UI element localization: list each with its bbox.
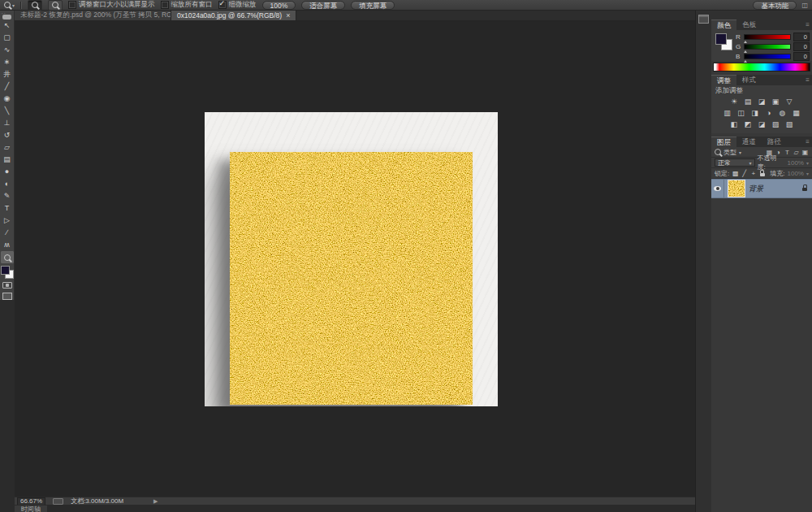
workspace-menu-icon[interactable]: ◫ [801, 2, 808, 9]
panel-menu-icon[interactable]: ≡ [806, 75, 812, 85]
zoom-all-windows-checkbox[interactable]: 缩放所有窗口 [161, 0, 213, 10]
tool-crop[interactable]: 井 [1, 68, 14, 80]
blend-mode-select[interactable]: 正常 ▾ [715, 158, 755, 167]
color-swatches[interactable] [1, 266, 14, 280]
document-tab-psd[interactable]: 未标题-2 恢复的.psd @ 200% (万圣节 拷贝 5, RGB/8) *… [15, 11, 171, 20]
gold-glitter-image[interactable] [230, 152, 473, 405]
close-icon[interactable]: × [286, 11, 290, 20]
tool-quick-selection[interactable]: ∗ [1, 56, 14, 68]
layer-name[interactable]: 背景 [749, 184, 763, 194]
levels-icon[interactable]: ▤ [743, 98, 754, 106]
green-slider[interactable] [744, 44, 791, 50]
brightness-contrast-icon[interactable]: ☀ [729, 98, 740, 106]
lock-image-pixels-icon[interactable]: ╱ [741, 170, 748, 177]
green-value-field[interactable]: 0 [793, 42, 810, 51]
tab-paths[interactable]: 路径 [762, 137, 787, 147]
document-canvas[interactable] [205, 112, 498, 406]
visibility-toggle[interactable] [711, 180, 724, 197]
fill-value[interactable]: 100% [788, 170, 804, 177]
tab-channels[interactable]: 通道 [736, 137, 762, 147]
timeline-tab[interactable]: 时间轴 [15, 505, 47, 512]
threshold-icon[interactable]: ◪ [757, 120, 767, 129]
red-slider[interactable] [744, 34, 791, 40]
document-tab-jpg[interactable]: 0x1024a0a0.jpg @ 66.7%(RGB/8) × [171, 11, 296, 20]
screen-mode-button[interactable] [2, 293, 12, 300]
lock-transparent-pixels-icon[interactable]: ▩ [732, 170, 739, 177]
filter-type-label[interactable]: 类型 [723, 148, 736, 157]
color-balance-icon[interactable]: ◫ [736, 109, 746, 118]
foreground-color-swatch[interactable] [1, 266, 10, 275]
tab-adjustments[interactable]: 调整 [711, 75, 736, 85]
resize-windows-checkbox[interactable]: 调整窗口大小以满屏显示 [68, 0, 155, 10]
hue-saturation-icon[interactable]: ▥ [722, 109, 732, 118]
blue-value-field[interactable]: 0 [793, 52, 810, 61]
tool-dodge[interactable]: ◐ [1, 178, 14, 190]
tool-zoom[interactable] [1, 251, 14, 263]
blue-slider[interactable] [744, 54, 791, 59]
tool-pen[interactable]: ✎ [1, 190, 14, 202]
canvas-area[interactable] [15, 21, 695, 497]
photo-filter-icon[interactable]: ◑ [763, 109, 774, 118]
layer-row-background[interactable]: 背景 [711, 179, 812, 198]
tool-brush[interactable]: ╲ [1, 105, 14, 117]
tab-color[interactable]: 颜色 [711, 20, 736, 30]
scrubby-zoom-checkbox[interactable]: 细微缩放 [218, 0, 257, 10]
panel-menu-icon[interactable]: ≡ [806, 137, 812, 147]
tab-swatches[interactable]: 色板 [736, 20, 762, 30]
status-expand-arrow[interactable]: ▶ [153, 498, 158, 505]
filter-smart-objects-icon[interactable]: ▣ [801, 149, 809, 156]
vibrance-icon[interactable]: ▽ [784, 98, 795, 106]
tool-hand[interactable]: ʍ [1, 239, 14, 251]
slider-thumb[interactable] [744, 41, 747, 43]
tool-history-brush[interactable]: ↺ [1, 129, 14, 141]
fill-screen-button[interactable]: 填充屏幕 [351, 1, 395, 10]
tool-lasso[interactable]: ∿ [1, 44, 14, 56]
tools-panel-handle[interactable]: ∙∙ [0, 11, 14, 20]
layer-thumbnail[interactable] [728, 180, 745, 197]
fit-screen-button[interactable]: 适合屏幕 [301, 1, 345, 10]
selective-color-icon[interactable]: ▧ [784, 120, 795, 129]
gradient-map-icon[interactable]: ▨ [771, 120, 781, 129]
curves-icon[interactable]: ◪ [757, 98, 767, 106]
color-spectrum-ramp[interactable] [713, 63, 810, 72]
panel-menu-icon[interactable]: ≡ [806, 20, 812, 30]
panel-color-swatches[interactable] [715, 33, 733, 51]
slider-thumb[interactable] [744, 50, 747, 53]
history-panel-icon[interactable] [698, 15, 709, 24]
tool-gradient[interactable]: ▤ [1, 154, 14, 166]
exposure-icon[interactable]: ▣ [771, 98, 781, 106]
tool-eraser[interactable]: ▱ [1, 141, 14, 154]
workspace-switcher-button[interactable]: 基本功能 [753, 1, 797, 10]
red-value-field[interactable]: 0 [793, 33, 810, 41]
black-white-icon[interactable]: ◨ [749, 109, 760, 118]
filter-shape-layers-icon[interactable]: ▱ [793, 149, 800, 156]
tools-collapse-handle[interactable] [2, 15, 11, 20]
tool-type[interactable]: T [1, 202, 14, 215]
lock-position-icon[interactable]: + [749, 170, 757, 177]
tool-eyedropper[interactable]: ╱ [1, 80, 14, 93]
actual-pixels-button[interactable]: 100% [262, 1, 296, 10]
slider-thumb[interactable] [744, 60, 747, 63]
invert-icon[interactable]: ◧ [729, 120, 740, 129]
lock-all-icon[interactable] [758, 170, 766, 177]
posterize-icon[interactable]: ◩ [743, 120, 754, 129]
tool-rectangular-marquee[interactable]: ▢ [1, 32, 14, 44]
zoom-in-button[interactable] [28, 0, 42, 11]
tool-clone-stamp[interactable]: ⊥ [1, 117, 14, 129]
chevron-down-icon[interactable]: ▾ [739, 150, 741, 155]
tool-path-selection[interactable]: ▷ [1, 215, 14, 227]
zoom-level-field[interactable]: 66.67% [17, 497, 45, 505]
tab-layers[interactable]: 图层 [711, 137, 736, 147]
tool-line-shape[interactable]: ∕ [1, 227, 14, 239]
channel-mixer-icon[interactable]: ◍ [777, 109, 788, 118]
quick-mask-button[interactable] [2, 282, 12, 289]
current-tool-preset[interactable]: ▾ [4, 2, 15, 8]
tool-move[interactable]: ↖ [1, 20, 14, 32]
tool-spot-healing[interactable]: ◉ [1, 93, 14, 105]
tool-blur[interactable]: ● [1, 166, 14, 178]
tab-styles[interactable]: 样式 [736, 75, 762, 85]
zoom-out-button[interactable] [48, 0, 63, 11]
opacity-value[interactable]: 100% [788, 159, 804, 167]
color-lookup-icon[interactable]: ▦ [791, 109, 801, 118]
foreground-color-swatch[interactable] [715, 33, 727, 45]
